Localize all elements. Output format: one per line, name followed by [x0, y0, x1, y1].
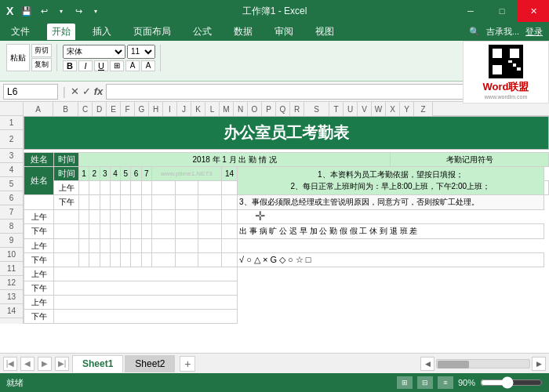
- tab-file[interactable]: 文件: [6, 24, 35, 40]
- cell-7-5[interactable]: [110, 210, 120, 224]
- row-header-11[interactable]: 11: [0, 262, 23, 276]
- cell-9-6[interactable]: [121, 239, 131, 253]
- row-header-6[interactable]: 6: [0, 191, 23, 205]
- italic-button[interactable]: I: [78, 60, 93, 71]
- tab-home[interactable]: 开始: [47, 24, 75, 40]
- cell-8-10[interactable]: [175, 224, 198, 239]
- row-header-14[interactable]: 14: [0, 304, 23, 318]
- col-header-y[interactable]: Y: [400, 102, 414, 116]
- cell-5-3[interactable]: [100, 181, 110, 195]
- cell-6-3[interactable]: [100, 195, 110, 210]
- col-header-w[interactable]: W: [372, 102, 386, 116]
- cell-10-1[interactable]: [54, 253, 79, 267]
- cell-8-7[interactable]: [131, 224, 141, 239]
- fill-color-button[interactable]: A: [125, 60, 140, 71]
- sheet-tab-1[interactable]: Sheet1: [72, 355, 123, 372]
- cell-8-9[interactable]: [151, 224, 175, 239]
- cell-6-11[interactable]: [221, 195, 237, 210]
- cell-6-5[interactable]: [121, 195, 131, 210]
- page-break-view-button[interactable]: ≡: [438, 376, 453, 389]
- table-row[interactable]: 上午: [24, 267, 549, 281]
- col-header-a[interactable]: A: [24, 102, 53, 116]
- col-header-u[interactable]: U: [344, 102, 358, 116]
- row-header-2[interactable]: 2: [0, 130, 23, 149]
- confirm-formula-icon[interactable]: ✓: [82, 85, 91, 97]
- row-header-10[interactable]: 10: [0, 248, 23, 262]
- scroll-right-button[interactable]: ▶: [532, 357, 546, 371]
- cell-8-12[interactable]: [221, 224, 237, 239]
- add-sheet-button[interactable]: +: [180, 356, 195, 372]
- row-header-7[interactable]: 7: [0, 205, 23, 220]
- col-header-h[interactable]: H: [149, 102, 163, 116]
- col-header-g[interactable]: G: [135, 102, 149, 116]
- cell-5-10[interactable]: [198, 181, 222, 195]
- tab-formula[interactable]: 公式: [188, 24, 216, 40]
- cell-6-2[interactable]: [89, 195, 100, 210]
- cell-7-6[interactable]: [121, 210, 131, 224]
- cell-10-3[interactable]: [89, 253, 100, 267]
- col-header-f[interactable]: F: [121, 102, 135, 116]
- tab-nav-next[interactable]: ▶: [38, 357, 52, 371]
- cell-7-2[interactable]: [79, 210, 89, 224]
- cell-9-7[interactable]: [131, 239, 141, 253]
- row-header-3[interactable]: 3: [0, 149, 23, 163]
- cell-7-3[interactable]: [89, 210, 100, 224]
- font-color-button[interactable]: A: [141, 60, 155, 71]
- cell-9-8[interactable]: [141, 239, 151, 253]
- scroll-track[interactable]: [436, 359, 530, 368]
- font-family-select[interactable]: 宋体: [63, 45, 125, 59]
- undo-icon[interactable]: ↩: [37, 4, 51, 18]
- zoom-slider[interactable]: [480, 376, 543, 389]
- cancel-formula-icon[interactable]: ✕: [71, 85, 79, 97]
- save-icon[interactable]: 💾: [20, 4, 34, 18]
- cell-8-5[interactable]: [110, 224, 120, 239]
- col-header-v[interactable]: V: [358, 102, 372, 116]
- cell-5-1[interactable]: [79, 181, 89, 195]
- row-header-1[interactable]: 1: [0, 116, 23, 130]
- underline-button[interactable]: U: [94, 60, 108, 71]
- table-row[interactable]: 下午: [24, 310, 549, 324]
- col-header-p[interactable]: P: [262, 102, 276, 116]
- cell-8-6[interactable]: [121, 224, 131, 239]
- close-button[interactable]: ✕: [518, 0, 549, 22]
- cut-button[interactable]: 剪切: [31, 44, 52, 57]
- cell-10-10[interactable]: [175, 253, 198, 267]
- cell-5-9[interactable]: [175, 181, 198, 195]
- scroll-thumb[interactable]: [438, 361, 469, 368]
- cell-5-2[interactable]: [89, 181, 100, 195]
- tab-insert[interactable]: 插入: [88, 24, 116, 40]
- cell-5-7[interactable]: [141, 181, 151, 195]
- col-header-r[interactable]: R: [290, 102, 304, 116]
- cell-9-1[interactable]: [54, 239, 79, 253]
- horizontal-scrollbar[interactable]: ◀ ▶: [420, 357, 546, 371]
- cell-7-8[interactable]: [141, 210, 151, 224]
- col-header-q[interactable]: Q: [276, 102, 290, 116]
- user-name[interactable]: 吉承我...: [486, 26, 519, 38]
- cell-9-12[interactable]: [221, 239, 237, 253]
- table-row[interactable]: 下午 √ ○ △ × G ◇ ○ ☆ □: [24, 253, 549, 267]
- cell-6-9[interactable]: [175, 195, 198, 210]
- cell-9-10[interactable]: [175, 239, 198, 253]
- cell-8-3[interactable]: [89, 224, 100, 239]
- font-size-select[interactable]: 11: [127, 45, 155, 59]
- col-header-x[interactable]: X: [386, 102, 400, 116]
- bold-button[interactable]: B: [63, 60, 77, 71]
- col-header-b[interactable]: B: [53, 102, 78, 116]
- minimize-button[interactable]: ─: [455, 0, 486, 22]
- cell-reference-input[interactable]: [3, 84, 58, 100]
- col-header-e[interactable]: E: [107, 102, 121, 116]
- cell-10-12[interactable]: [221, 253, 237, 267]
- restore-button[interactable]: □: [486, 0, 518, 22]
- col-header-s[interactable]: S: [304, 102, 329, 116]
- row-header-12[interactable]: 12: [0, 276, 23, 290]
- row-header-5[interactable]: 5: [0, 177, 23, 191]
- cell-10-11[interactable]: [198, 253, 222, 267]
- cell-7-7[interactable]: [131, 210, 141, 224]
- row-header-9[interactable]: 9: [0, 234, 23, 248]
- login-link[interactable]: 登录: [525, 26, 543, 38]
- paste-button[interactable]: 粘贴: [6, 44, 30, 71]
- cell-7-11[interactable]: [198, 210, 222, 224]
- cell-8-1[interactable]: [54, 224, 79, 239]
- table-row[interactable]: 上午: [24, 239, 549, 253]
- cell-9-5[interactable]: [110, 239, 120, 253]
